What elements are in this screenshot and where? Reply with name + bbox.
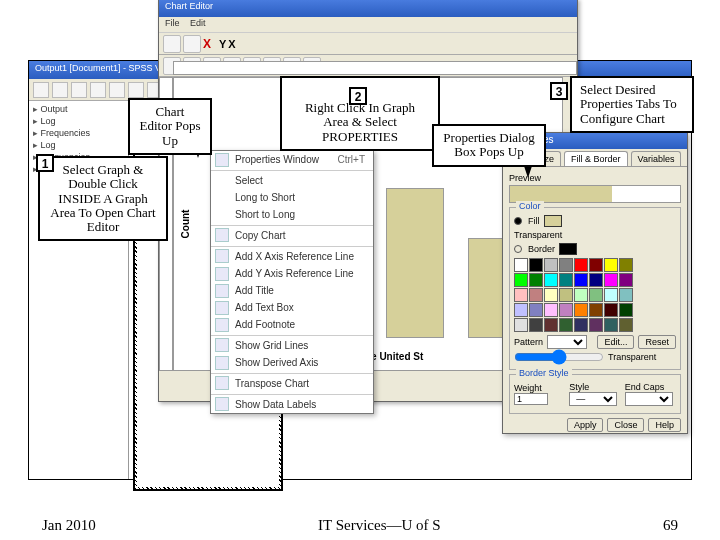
color-swatch[interactable]: [619, 273, 633, 287]
menu-edit[interactable]: Edit: [190, 18, 206, 28]
color-swatch[interactable]: [604, 318, 618, 332]
fill-color-box[interactable]: [544, 215, 562, 227]
tab-variables[interactable]: Variables: [631, 151, 682, 166]
color-swatch[interactable]: [619, 288, 633, 302]
color-swatch[interactable]: [514, 318, 528, 332]
context-menu[interactable]: Properties WindowCtrl+T Select Long to S…: [210, 150, 374, 414]
cm-show-grid[interactable]: Show Grid Lines: [211, 335, 373, 354]
color-swatch[interactable]: [544, 303, 558, 317]
color-swatch[interactable]: [559, 303, 573, 317]
color-swatch[interactable]: [619, 258, 633, 272]
redo-icon[interactable]: [128, 82, 144, 98]
open-icon[interactable]: [33, 82, 49, 98]
close-x-icon[interactable]: X: [203, 37, 211, 51]
tool-icon[interactable]: [163, 35, 181, 53]
cm-add-y-ref[interactable]: Add Y Axis Reference Line: [211, 265, 373, 282]
color-swatch[interactable]: [574, 258, 588, 272]
close-button[interactable]: Close: [607, 418, 644, 432]
color-swatches[interactable]: [514, 258, 676, 332]
color-swatch[interactable]: [559, 273, 573, 287]
color-swatch[interactable]: [514, 273, 528, 287]
color-swatch[interactable]: [619, 303, 633, 317]
color-swatch[interactable]: [574, 318, 588, 332]
undo-icon[interactable]: [109, 82, 125, 98]
color-swatch[interactable]: [544, 288, 558, 302]
cm-add-footnote[interactable]: Add Footnote: [211, 316, 373, 333]
color-swatch[interactable]: [604, 288, 618, 302]
color-swatch[interactable]: [574, 273, 588, 287]
color-swatch[interactable]: [559, 318, 573, 332]
color-swatch[interactable]: [559, 258, 573, 272]
border-color-box[interactable]: [559, 243, 577, 255]
grid-icon: [215, 338, 229, 352]
style-select[interactable]: —: [569, 392, 617, 406]
cm-copy-chart[interactable]: Copy Chart: [211, 225, 373, 244]
edit-button[interactable]: Edit...: [597, 335, 634, 349]
cm-transpose[interactable]: Transpose Chart: [211, 373, 373, 392]
transparency-slider[interactable]: [514, 352, 604, 362]
color-swatch[interactable]: [544, 318, 558, 332]
cm-short-long[interactable]: Short to Long: [211, 206, 373, 223]
color-swatch[interactable]: [574, 288, 588, 302]
fill-radio[interactable]: [514, 217, 522, 225]
color-swatch[interactable]: [544, 258, 558, 272]
tool-y-icon[interactable]: Y: [219, 38, 226, 50]
tool-icon[interactable]: [183, 35, 201, 53]
color-swatch[interactable]: [604, 303, 618, 317]
pattern-select[interactable]: [547, 335, 587, 349]
export-icon[interactable]: [90, 82, 106, 98]
chart-editor-menubar[interactable]: File Edit: [159, 17, 577, 33]
cm-add-x-ref[interactable]: Add X Axis Reference Line: [211, 246, 373, 265]
reset-button[interactable]: Reset: [638, 335, 676, 349]
pattern-label: Pattern: [514, 337, 543, 347]
color-swatch[interactable]: [529, 273, 543, 287]
color-swatch[interactable]: [514, 288, 528, 302]
cm-properties[interactable]: Properties WindowCtrl+T: [211, 151, 373, 168]
color-swatch[interactable]: [514, 258, 528, 272]
cm-show-derived[interactable]: Show Derived Axis: [211, 354, 373, 371]
color-swatch[interactable]: [589, 303, 603, 317]
menu-file[interactable]: File: [165, 18, 180, 28]
apply-button[interactable]: Apply: [567, 418, 604, 432]
endcaps-select[interactable]: [625, 392, 673, 406]
border-label: Border: [528, 244, 555, 254]
color-swatch[interactable]: [529, 258, 543, 272]
color-swatch[interactable]: [529, 303, 543, 317]
color-swatch[interactable]: [529, 318, 543, 332]
save-icon[interactable]: [52, 82, 68, 98]
step-number-2: 2: [349, 87, 367, 105]
cm-select[interactable]: Select: [211, 170, 373, 189]
color-swatch[interactable]: [589, 258, 603, 272]
color-group: Color Fill Transparent Border Pattern: [509, 207, 681, 370]
color-swatch[interactable]: [514, 303, 528, 317]
y-axis-label: Count: [180, 210, 191, 239]
color-swatch[interactable]: [574, 303, 588, 317]
color-swatch[interactable]: [559, 288, 573, 302]
cm-show-labels[interactable]: Show Data Labels: [211, 394, 373, 413]
weight-input[interactable]: [514, 393, 548, 405]
tool-x-icon[interactable]: X: [228, 38, 235, 50]
bar[interactable]: [386, 188, 444, 338]
border-style-title: Border Style: [516, 368, 572, 378]
color-swatch[interactable]: [589, 318, 603, 332]
help-button[interactable]: Help: [648, 418, 681, 432]
color-swatch[interactable]: [604, 258, 618, 272]
tree-item[interactable]: Frequencies: [31, 127, 126, 139]
cm-long-short[interactable]: Long to Short: [211, 189, 373, 206]
chart-editor-toolbar-1[interactable]: X Y X: [159, 33, 577, 55]
tab-fill-border[interactable]: Fill & Border: [564, 151, 628, 166]
tree-item[interactable]: Log: [31, 139, 126, 151]
color-swatch[interactable]: [619, 318, 633, 332]
color-swatch[interactable]: [604, 273, 618, 287]
color-swatch[interactable]: [544, 273, 558, 287]
tree-item[interactable]: Output: [31, 103, 126, 115]
cm-add-title[interactable]: Add Title: [211, 282, 373, 299]
border-radio[interactable]: [514, 245, 522, 253]
color-swatch[interactable]: [589, 273, 603, 287]
color-swatch[interactable]: [529, 288, 543, 302]
title-icon: [215, 284, 229, 298]
tree-item[interactable]: Log: [31, 115, 126, 127]
color-swatch[interactable]: [589, 288, 603, 302]
cm-add-textbox[interactable]: Add Text Box: [211, 299, 373, 316]
print-icon[interactable]: [71, 82, 87, 98]
